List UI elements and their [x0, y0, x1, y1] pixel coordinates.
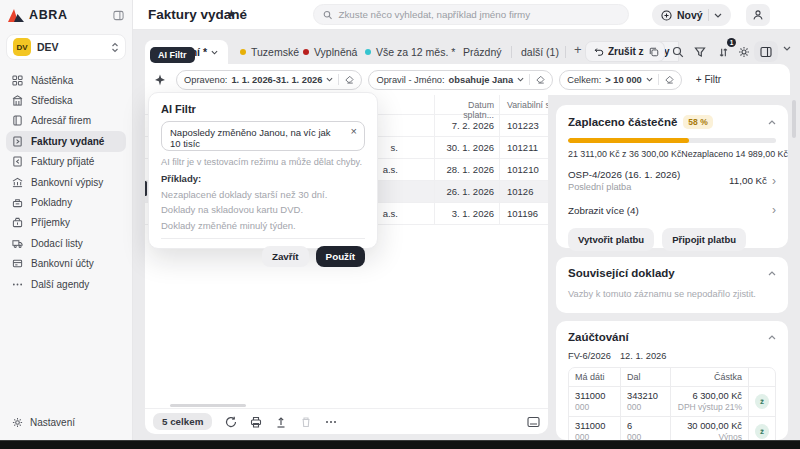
column-amount: Částka	[671, 368, 749, 386]
cell-due-date: 3. 1. 2026	[435, 203, 500, 224]
column-variable-symbol[interactable]: Variabilní symbol	[500, 95, 548, 114]
bottom-panel-toggle[interactable]	[527, 416, 540, 428]
credit-account: 6	[627, 421, 664, 431]
sidebar-item-bank-statements[interactable]: Bankovní výpisy	[6, 172, 126, 192]
delete-button[interactable]	[300, 416, 312, 428]
address-book-icon	[12, 115, 24, 126]
sidebar-item-company-directory[interactable]: Adresář firem	[6, 111, 126, 131]
accounting-table: Má dáti Dal Částka 311000000 343210000 6…	[568, 367, 776, 440]
table-search-button[interactable]	[668, 42, 688, 62]
duplicate-view-button[interactable]	[644, 41, 665, 62]
sidebar-item-received-invoices[interactable]: Faktury přijaté	[6, 152, 126, 172]
attach-payment-button[interactable]: Připojit platbu	[662, 228, 746, 251]
sidebar-item-cash-desks[interactable]: Pokladny	[6, 192, 126, 212]
eraser-icon[interactable]	[664, 75, 674, 84]
examples-label: Příklady:	[161, 173, 365, 184]
new-record-button[interactable]: Nový	[652, 4, 731, 26]
ai-filter-button[interactable]	[150, 70, 170, 90]
filter-chip-opraveno[interactable]: Opraveno: 1. 1. 2026-31. 1. 2026	[176, 70, 362, 90]
search-input[interactable]	[338, 9, 619, 20]
filter-funnel-button[interactable]	[690, 42, 710, 62]
tab-vyplnena[interactable]: Vyplněná	[303, 40, 357, 64]
search-icon	[672, 46, 684, 58]
tab-tuzemske[interactable]: Tuzemské	[240, 40, 299, 64]
last-payment-item[interactable]: OSP-4/2026 (16. 1. 2026) Poslední platba…	[568, 169, 776, 192]
sidebar-item-issued-invoices[interactable]: Faktury vydané	[6, 131, 126, 151]
credit-analytic: 000	[627, 402, 664, 412]
column-debit: Má dáti	[569, 368, 621, 386]
chevron-down-icon[interactable]	[714, 13, 722, 18]
credit-analytic: 000	[627, 432, 664, 440]
detail-panel-toggle[interactable]	[754, 41, 778, 62]
accounting-doc-date: 12. 1. 2026	[620, 351, 667, 361]
cell-due-date: 30. 1. 2026	[435, 137, 500, 158]
column-due-date[interactable]: Datum splatn...	[435, 95, 500, 114]
global-search[interactable]	[313, 4, 629, 25]
selected-row-indicator	[145, 181, 147, 196]
add-filter-button[interactable]: + Filtr	[696, 74, 721, 85]
example-item[interactable]: Doklady změněné minulý týden.	[161, 220, 365, 231]
sidebar-item-dashboard[interactable]: Nástěnka	[6, 70, 126, 90]
sidebar-item-settings[interactable]: Nastavení	[6, 412, 81, 432]
sidebar-item-receipts[interactable]: Příjemky	[6, 213, 126, 233]
tab-vse-za-12-mes[interactable]: Vše za 12 měs. *	[365, 40, 455, 64]
collapse-card-icon[interactable]	[768, 120, 776, 125]
vertical-scrollbar[interactable]	[792, 100, 796, 138]
accounting-row[interactable]: 311000000 343210000 6 300,00 KčDPH výstu…	[569, 386, 775, 416]
sidebar-item-bank-accounts[interactable]: Bankovní účty	[6, 254, 126, 274]
horizontal-scrollbar[interactable]	[170, 404, 246, 408]
apply-button[interactable]: Použít	[316, 246, 365, 267]
filter-chip-opravil[interactable]: Opravil - Jméno: obsahuje Jana	[368, 70, 553, 90]
ai-filter-input[interactable]: Naposledy změněno Janou, na víc jak 10 t…	[161, 121, 365, 151]
eraser-icon[interactable]	[535, 75, 545, 84]
accounting-row[interactable]: 311000000 6000 30 000,00 KčVýnos ž	[569, 416, 775, 440]
create-payment-button[interactable]: Vytvořit platbu	[568, 228, 654, 251]
export-button[interactable]	[275, 416, 287, 428]
tab-label: Prázdný	[463, 46, 502, 58]
filter-chip-celkem[interactable]: Celkem: > 10 000	[559, 70, 682, 90]
sidebar-item-label: Nástěnka	[31, 75, 73, 86]
workspace-selector[interactable]: DV DEV	[6, 34, 126, 60]
debit-analytic: 000	[575, 402, 614, 412]
related-empty-text: Vazby k tomuto záznamu se nepodařilo zji…	[568, 289, 776, 299]
collapse-sidebar-icon[interactable]	[113, 10, 124, 21]
accounting-header-row: Má dáti Dal Částka	[569, 368, 775, 386]
panel-chevron-button[interactable]	[783, 46, 791, 51]
cell-variable-symbol: 101223	[500, 115, 548, 136]
eraser-icon[interactable]	[344, 75, 354, 84]
user-menu-button[interactable]	[746, 4, 770, 26]
sort-button[interactable]: 1	[713, 42, 733, 62]
cash-register-icon	[12, 197, 24, 208]
clear-input-icon[interactable]: ×	[351, 125, 357, 137]
tab-prazdny[interactable]: Prázdný	[463, 40, 502, 64]
tab-more[interactable]: další (1)	[521, 40, 559, 64]
sidebar-item-centers[interactable]: Střediska	[6, 90, 126, 110]
sidebar-item-delivery-notes[interactable]: Dodací listy	[6, 233, 126, 253]
abra-logo-icon	[8, 9, 24, 22]
chevron-down-icon	[783, 46, 791, 51]
unpaid-summary: Nezaplaceno 14 989,00 Kč	[681, 149, 788, 159]
cell-due-date: 26. 1. 2026	[435, 181, 500, 202]
tab-label: Tuzemské	[251, 46, 299, 58]
example-item[interactable]: Doklady na skladovou kartu DVD.	[161, 204, 365, 215]
close-button[interactable]: Zavřít	[262, 246, 309, 267]
chip-label: Opraveno:	[184, 75, 227, 85]
sort-arrows-icon	[718, 47, 729, 58]
more-actions-button[interactable]	[325, 416, 337, 428]
show-more-payments[interactable]: Zobrazit více (4) ›	[568, 203, 776, 217]
column-credit: Dal	[621, 368, 671, 386]
record-count-button[interactable]: 5 celkem	[153, 413, 212, 430]
list-footer-toolbar: 5 celkem	[145, 408, 548, 434]
accounting-doc-number[interactable]: FV-6/2026	[568, 351, 611, 361]
example-item[interactable]: Nezaplacené doklady starší než 30 dní.	[161, 189, 365, 200]
accounting-card: Zaúčtování FV-6/2026 12. 1. 2026 Má dáti…	[556, 321, 788, 440]
sidebar-item-more-agendas[interactable]: Další agendy	[6, 274, 126, 294]
collapse-card-icon[interactable]	[768, 271, 776, 276]
chip-value: > 10 000	[605, 75, 641, 85]
collapse-card-icon[interactable]	[768, 335, 776, 340]
favorite-star-icon[interactable]: ★	[226, 7, 237, 21]
print-button[interactable]	[250, 416, 262, 428]
add-tab-button[interactable]: +	[574, 42, 582, 57]
refresh-button[interactable]	[225, 416, 237, 428]
table-settings-button[interactable]	[734, 42, 754, 62]
